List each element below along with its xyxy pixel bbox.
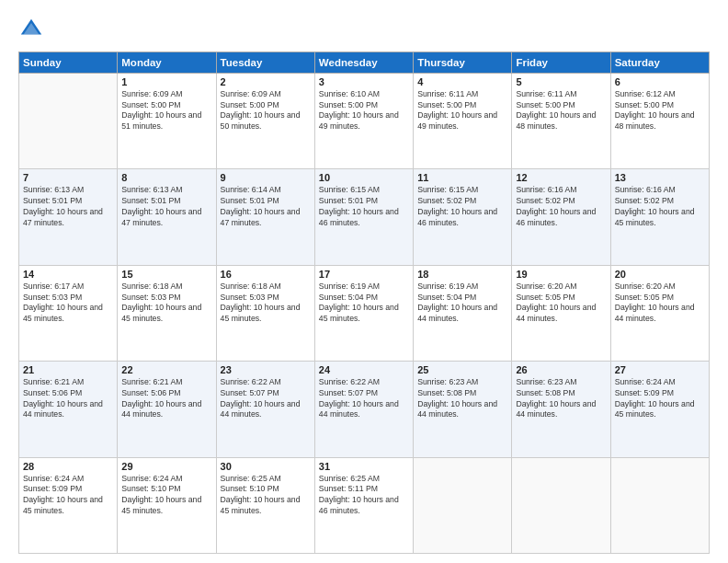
day-info: Sunrise: 6:19 AMSunset: 5:04 PMDaylight:… (319, 282, 409, 325)
day-info: Sunrise: 6:18 AMSunset: 5:03 PMDaylight:… (121, 282, 211, 325)
weekday-header-wednesday: Wednesday (314, 52, 413, 74)
weekday-header-friday: Friday (512, 52, 610, 74)
day-info: Sunrise: 6:20 AMSunset: 5:05 PMDaylight:… (516, 282, 606, 325)
day-number: 10 (319, 172, 409, 183)
day-number: 7 (23, 172, 113, 183)
day-number: 8 (121, 172, 211, 183)
calendar-cell: 15Sunrise: 6:18 AMSunset: 5:03 PMDayligh… (118, 265, 216, 361)
day-number: 4 (417, 76, 507, 87)
day-number: 18 (417, 269, 507, 280)
calendar-cell: 12Sunrise: 6:16 AMSunset: 5:02 PMDayligh… (512, 169, 610, 265)
day-number: 27 (615, 364, 705, 375)
calendar-cell: 9Sunrise: 6:14 AMSunset: 5:01 PMDaylight… (216, 169, 314, 265)
day-info: Sunrise: 6:16 AMSunset: 5:02 PMDaylight:… (516, 185, 606, 228)
day-info: Sunrise: 6:24 AMSunset: 5:10 PMDaylight:… (121, 474, 211, 517)
day-info: Sunrise: 6:24 AMSunset: 5:09 PMDaylight:… (23, 474, 113, 517)
day-info: Sunrise: 6:13 AMSunset: 5:01 PMDaylight:… (121, 185, 211, 228)
calendar-cell: 8Sunrise: 6:13 AMSunset: 5:01 PMDaylight… (118, 169, 216, 265)
day-number: 19 (516, 269, 606, 280)
day-number: 29 (121, 461, 211, 472)
calendar-week-row: 14Sunrise: 6:17 AMSunset: 5:03 PMDayligh… (19, 265, 710, 361)
calendar-week-row: 28Sunrise: 6:24 AMSunset: 5:09 PMDayligh… (19, 457, 710, 553)
calendar-cell: 25Sunrise: 6:23 AMSunset: 5:08 PMDayligh… (414, 362, 512, 457)
day-number: 28 (23, 461, 113, 472)
calendar-cell: 6Sunrise: 6:12 AMSunset: 5:00 PMDaylight… (610, 74, 709, 169)
day-number: 5 (516, 76, 606, 87)
day-number: 3 (319, 76, 409, 87)
logo (18, 17, 48, 42)
day-info: Sunrise: 6:16 AMSunset: 5:02 PMDaylight:… (615, 185, 705, 228)
day-info: Sunrise: 6:25 AMSunset: 5:10 PMDaylight:… (221, 474, 311, 517)
calendar-week-row: 7Sunrise: 6:13 AMSunset: 5:01 PMDaylight… (19, 169, 710, 265)
calendar-cell: 16Sunrise: 6:18 AMSunset: 5:03 PMDayligh… (216, 265, 314, 361)
day-number: 24 (319, 364, 409, 375)
day-number: 25 (417, 364, 507, 375)
calendar-cell: 14Sunrise: 6:17 AMSunset: 5:03 PMDayligh… (19, 265, 118, 361)
day-number: 15 (121, 269, 211, 280)
calendar-cell: 30Sunrise: 6:25 AMSunset: 5:10 PMDayligh… (216, 457, 314, 553)
day-number: 16 (221, 269, 311, 280)
calendar-cell: 24Sunrise: 6:22 AMSunset: 5:07 PMDayligh… (314, 362, 413, 457)
day-number: 23 (221, 364, 311, 375)
calendar-week-row: 21Sunrise: 6:21 AMSunset: 5:06 PMDayligh… (19, 362, 710, 457)
calendar-cell: 4Sunrise: 6:11 AMSunset: 5:00 PMDaylight… (414, 74, 512, 169)
day-number: 12 (516, 172, 606, 183)
day-info: Sunrise: 6:15 AMSunset: 5:01 PMDaylight:… (319, 185, 409, 228)
weekday-header-row: SundayMondayTuesdayWednesdayThursdayFrid… (19, 52, 710, 74)
day-number: 20 (615, 269, 705, 280)
day-number: 22 (121, 364, 211, 375)
day-number: 30 (221, 461, 311, 472)
day-info: Sunrise: 6:20 AMSunset: 5:05 PMDaylight:… (615, 282, 705, 325)
day-info: Sunrise: 6:21 AMSunset: 5:06 PMDaylight:… (23, 377, 113, 420)
calendar-cell: 29Sunrise: 6:24 AMSunset: 5:10 PMDayligh… (118, 457, 216, 553)
calendar-cell: 11Sunrise: 6:15 AMSunset: 5:02 PMDayligh… (414, 169, 512, 265)
calendar-cell: 17Sunrise: 6:19 AMSunset: 5:04 PMDayligh… (314, 265, 413, 361)
day-info: Sunrise: 6:18 AMSunset: 5:03 PMDaylight:… (221, 282, 311, 325)
day-info: Sunrise: 6:21 AMSunset: 5:06 PMDaylight:… (121, 377, 211, 420)
day-number: 2 (221, 76, 311, 87)
day-info: Sunrise: 6:17 AMSunset: 5:03 PMDaylight:… (23, 282, 113, 325)
calendar-table: SundayMondayTuesdayWednesdayThursdayFrid… (18, 52, 710, 554)
day-info: Sunrise: 6:25 AMSunset: 5:11 PMDaylight:… (319, 474, 409, 517)
day-info: Sunrise: 6:11 AMSunset: 5:00 PMDaylight:… (516, 89, 606, 132)
day-info: Sunrise: 6:22 AMSunset: 5:07 PMDaylight:… (221, 377, 311, 420)
day-info: Sunrise: 6:19 AMSunset: 5:04 PMDaylight:… (417, 282, 507, 325)
weekday-header-monday: Monday (118, 52, 216, 74)
calendar-cell: 2Sunrise: 6:09 AMSunset: 5:00 PMDaylight… (216, 74, 314, 169)
day-number: 13 (615, 172, 705, 183)
page: SundayMondayTuesdayWednesdayThursdayFrid… (0, 0, 728, 563)
calendar-cell: 27Sunrise: 6:24 AMSunset: 5:09 PMDayligh… (610, 362, 709, 457)
day-info: Sunrise: 6:24 AMSunset: 5:09 PMDaylight:… (615, 377, 705, 420)
calendar-cell (414, 457, 512, 553)
day-number: 6 (615, 76, 705, 87)
day-info: Sunrise: 6:09 AMSunset: 5:00 PMDaylight:… (121, 89, 211, 132)
day-info: Sunrise: 6:10 AMSunset: 5:00 PMDaylight:… (319, 89, 409, 132)
calendar-cell: 23Sunrise: 6:22 AMSunset: 5:07 PMDayligh… (216, 362, 314, 457)
day-info: Sunrise: 6:11 AMSunset: 5:00 PMDaylight:… (417, 89, 507, 132)
weekday-header-tuesday: Tuesday (216, 52, 314, 74)
weekday-header-saturday: Saturday (610, 52, 709, 74)
calendar-cell: 19Sunrise: 6:20 AMSunset: 5:05 PMDayligh… (512, 265, 610, 361)
calendar-week-row: 1Sunrise: 6:09 AMSunset: 5:00 PMDaylight… (19, 74, 710, 169)
calendar-cell (19, 74, 118, 169)
day-info: Sunrise: 6:15 AMSunset: 5:02 PMDaylight:… (417, 185, 507, 228)
weekday-header-thursday: Thursday (414, 52, 512, 74)
day-number: 1 (121, 76, 211, 87)
calendar-cell: 22Sunrise: 6:21 AMSunset: 5:06 PMDayligh… (118, 362, 216, 457)
calendar-cell: 1Sunrise: 6:09 AMSunset: 5:00 PMDaylight… (118, 74, 216, 169)
day-number: 17 (319, 269, 409, 280)
calendar-cell: 10Sunrise: 6:15 AMSunset: 5:01 PMDayligh… (314, 169, 413, 265)
calendar-cell: 26Sunrise: 6:23 AMSunset: 5:08 PMDayligh… (512, 362, 610, 457)
calendar-cell: 3Sunrise: 6:10 AMSunset: 5:00 PMDaylight… (314, 74, 413, 169)
day-number: 21 (23, 364, 113, 375)
day-info: Sunrise: 6:09 AMSunset: 5:00 PMDaylight:… (221, 89, 311, 132)
day-number: 11 (417, 172, 507, 183)
calendar-cell (610, 457, 709, 553)
day-number: 9 (221, 172, 311, 183)
calendar-cell: 13Sunrise: 6:16 AMSunset: 5:02 PMDayligh… (610, 169, 709, 265)
logo-icon (18, 17, 44, 42)
calendar-cell: 5Sunrise: 6:11 AMSunset: 5:00 PMDaylight… (512, 74, 610, 169)
header (18, 17, 710, 42)
day-info: Sunrise: 6:12 AMSunset: 5:00 PMDaylight:… (615, 89, 705, 132)
day-info: Sunrise: 6:13 AMSunset: 5:01 PMDaylight:… (23, 185, 113, 228)
